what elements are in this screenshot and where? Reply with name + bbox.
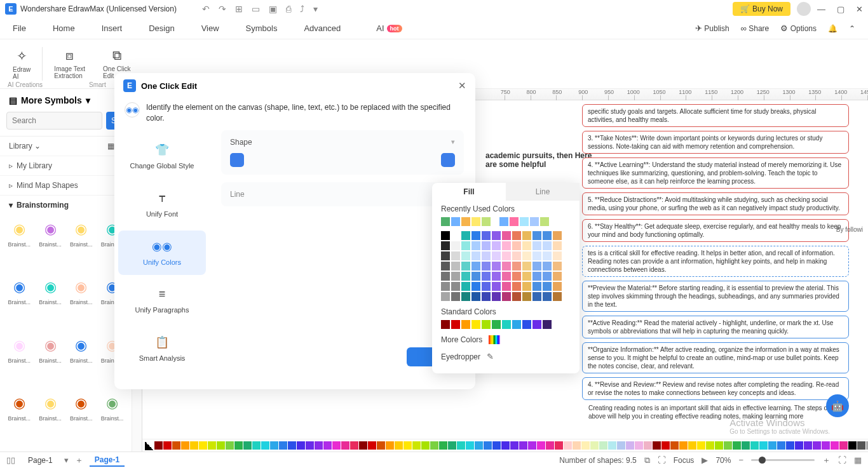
color-swatch[interactable]: [471, 251, 480, 260]
color-chip[interactable]: [581, 441, 590, 450]
color-swatch[interactable]: [543, 241, 552, 250]
color-chip[interactable]: [332, 441, 341, 450]
minimize-button[interactable]: —: [817, 4, 825, 14]
color-chip[interactable]: [270, 441, 278, 450]
color-swatch[interactable]: [441, 282, 450, 291]
color-swatch[interactable]: [530, 217, 539, 226]
color-chip[interactable]: [323, 441, 332, 450]
color-chip[interactable]: [448, 441, 456, 450]
color-chip[interactable]: [750, 441, 759, 450]
color-swatch[interactable]: [512, 320, 521, 329]
color-chip[interactable]: [528, 441, 536, 450]
color-swatch[interactable]: [553, 231, 562, 240]
mind-node[interactable]: 4. **Active Learning**: Understand the s…: [582, 157, 849, 189]
color-swatch[interactable]: [532, 320, 541, 329]
export-icon[interactable]: ⤴: [300, 4, 304, 14]
shape-thumbnail[interactable]: ◉Brainst...: [5, 392, 34, 448]
mind-node[interactable]: 3. **Take Notes**: Write down important …: [582, 131, 849, 154]
menu-view[interactable]: View: [201, 23, 219, 33]
mind-node[interactable]: 6. **Stay Healthy**: Get adequate sleep,…: [582, 219, 849, 242]
color-swatch[interactable]: [502, 320, 511, 329]
symbol-search-input[interactable]: [6, 112, 102, 130]
color-swatch[interactable]: [471, 217, 480, 226]
color-swatch[interactable]: [461, 217, 470, 226]
color-swatch[interactable]: [482, 251, 491, 260]
side-unify-colors[interactable]: ◉◉Unify Colors: [118, 231, 206, 275]
color-chip[interactable]: [813, 441, 821, 450]
zoom-in-button[interactable]: ＋: [822, 455, 831, 466]
shape-thumbnail[interactable]: ◉Brainst...: [67, 276, 96, 331]
shape-thumbnail[interactable]: ◉Brainst...: [36, 392, 65, 448]
color-swatch[interactable]: [441, 292, 450, 301]
color-chip[interactable]: [804, 441, 812, 450]
color-chip[interactable]: [617, 441, 625, 450]
color-swatch[interactable]: [502, 272, 511, 281]
color-swatch[interactable]: [522, 241, 531, 250]
more-symbols-header[interactable]: ▤ More Symbols ▾: [0, 89, 132, 112]
menu-advanced[interactable]: Advanced: [304, 23, 341, 33]
mind-node[interactable]: **Active Reading:** Read the material ac…: [582, 316, 849, 338]
color-swatch[interactable]: [461, 320, 470, 329]
color-chip[interactable]: [297, 441, 305, 450]
color-swatch[interactable]: [532, 241, 541, 250]
color-chip[interactable]: [412, 441, 421, 450]
color-swatch[interactable]: [522, 272, 531, 281]
color-swatch[interactable]: [461, 282, 470, 291]
page-tab-active[interactable]: Page-1: [90, 454, 125, 467]
color-chip[interactable]: [724, 441, 732, 450]
color-swatch[interactable]: [532, 251, 541, 260]
color-chip[interactable]: [733, 441, 741, 450]
color-chip[interactable]: [439, 441, 447, 450]
share-button[interactable]: ∞ Share: [741, 23, 770, 33]
redo-icon[interactable]: ↷: [219, 4, 226, 14]
side-smart-analysis[interactable]: 📋Smart Analysis: [118, 326, 206, 371]
color-chip[interactable]: [395, 441, 403, 450]
page-tab-left[interactable]: Page-1: [23, 455, 58, 466]
side-unify-font[interactable]: ᴛUnify Font: [118, 182, 206, 227]
color-swatch[interactable]: [512, 231, 521, 240]
color-swatch[interactable]: [461, 262, 470, 271]
color-chip[interactable]: [403, 441, 412, 450]
shape-from-swatch[interactable]: [230, 153, 244, 167]
color-chip[interactable]: [341, 441, 349, 450]
maximize-button[interactable]: ▢: [837, 4, 844, 14]
color-swatch[interactable]: [441, 241, 450, 250]
color-swatch[interactable]: [471, 231, 480, 240]
color-chip[interactable]: [377, 441, 385, 450]
color-chip[interactable]: [546, 441, 554, 450]
color-swatch[interactable]: [492, 251, 501, 260]
color-swatch[interactable]: [522, 231, 531, 240]
color-swatch[interactable]: [522, 320, 531, 329]
menu-ai[interactable]: AI hot: [367, 20, 410, 37]
color-swatch[interactable]: [532, 262, 541, 271]
mind-node[interactable]: 5. **Reduce Distractions**: Avoid multit…: [582, 192, 849, 215]
library-selector[interactable]: Library ⌄: [9, 142, 41, 150]
color-swatch[interactable]: [451, 282, 460, 291]
color-swatch[interactable]: [482, 231, 491, 240]
color-chip[interactable]: [492, 441, 501, 450]
color-chip[interactable]: [839, 441, 848, 450]
shape-to-swatch[interactable]: [441, 153, 455, 167]
color-chip[interactable]: [279, 441, 287, 450]
color-chip[interactable]: [857, 441, 865, 450]
color-chip[interactable]: [626, 441, 634, 450]
page-dropdown-icon[interactable]: ▾: [64, 455, 69, 465]
menu-home[interactable]: Home: [53, 23, 75, 33]
color-swatch[interactable]: [451, 292, 460, 301]
section-mind-map[interactable]: ▹Mind Map Shapes: [0, 175, 132, 195]
color-swatch[interactable]: [482, 292, 491, 301]
color-swatch[interactable]: [461, 272, 470, 281]
color-swatch[interactable]: [553, 272, 562, 281]
color-swatch[interactable]: [441, 262, 450, 271]
color-swatch[interactable]: [492, 282, 501, 291]
shape-thumbnail[interactable]: ◉Brainst...: [67, 218, 96, 274]
color-chip[interactable]: [822, 441, 830, 450]
color-swatch[interactable]: [492, 262, 501, 271]
color-swatch[interactable]: [540, 217, 549, 226]
color-strip-bw-icon[interactable]: [145, 441, 154, 450]
color-swatch[interactable]: [553, 292, 562, 301]
color-swatch[interactable]: [482, 241, 491, 250]
color-swatch[interactable]: [482, 272, 491, 281]
color-swatch[interactable]: [502, 292, 511, 301]
color-swatch[interactable]: [482, 217, 491, 226]
